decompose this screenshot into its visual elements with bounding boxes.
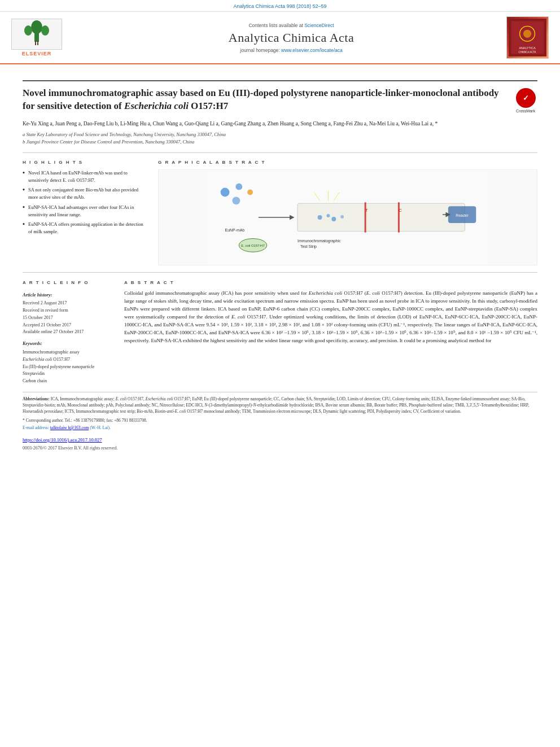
title-italic: Escherichia coli [124, 101, 189, 111]
crossmark-icon: ✓ [516, 88, 536, 108]
keywords-list: Immunochromatographic assay Escherichia … [23, 349, 113, 385]
crossmark-label: CrossMark [516, 109, 535, 113]
footnote-section: Abbreviations: ICA, Immunochromatographi… [23, 392, 537, 452]
journal-title-area: Contents lists available at ScienceDirec… [85, 16, 498, 59]
svg-point-10 [523, 30, 531, 38]
svg-rect-2 [34, 33, 39, 42]
graphical-abstract-column: G R A P H I C A L A B S T R A C T [158, 160, 537, 265]
elsevier-brand-label: ELSEVIER [22, 51, 52, 56]
section-divider-2 [23, 272, 537, 273]
svg-text:ANALYTICA: ANALYTICA [519, 46, 536, 50]
highlight-item-1: Novel ICA based on EuNP-linker-mAb was u… [23, 169, 147, 184]
journal-homepage-line: journal homepage: www.elsevier.com/locat… [240, 47, 342, 53]
corresponding-author: * Corresponding author. Tel.: +86 138791… [23, 417, 537, 423]
svg-point-4 [41, 25, 49, 36]
svg-text:Immunochromatographic: Immunochromatographic [298, 239, 341, 243]
article-content: Novel immunochromatographic assay based … [0, 64, 560, 462]
svg-point-1 [31, 20, 42, 34]
svg-text:CHIMICA ACTA: CHIMICA ACTA [519, 51, 536, 54]
sciencedirect-link[interactable]: ScienceDirect [304, 23, 334, 28]
abbreviations-label: Abbreviations: [23, 396, 50, 401]
journal-cover-area: ANALYTICA CHIMICA ACTA [498, 16, 549, 59]
elsevier-logo-area: ELSEVIER [11, 16, 85, 59]
accepted-date: Accepted 21 October 2017 [23, 322, 113, 329]
svg-text:C: C [399, 208, 402, 213]
article-info-column: A R T I C L E I N F O Article history: R… [23, 279, 113, 385]
article-info-abstract: A R T I C L E I N F O Article history: R… [23, 279, 537, 385]
svg-point-3 [24, 25, 32, 36]
authors-text: Ke-Yu Xing a, Juan Peng a, Dao-Feng Liu … [23, 121, 438, 126]
abstract-column: A B S T R A C T Colloidal gold immunochr… [124, 279, 537, 385]
svg-point-25 [326, 214, 330, 217]
affiliation-b: b Jiangxi Province Center for Disease Co… [23, 138, 537, 146]
authors-line: Ke-Yu Xing a, Juan Peng a, Dao-Feng Liu … [23, 120, 537, 128]
svg-text:Reader: Reader [456, 213, 469, 217]
highlights-column: H I G H L I G H T S Novel ICA based on E… [23, 160, 147, 265]
journal-citation-bar: Analytica Chimica Acta 998 (2018) 52–59 [0, 0, 560, 12]
journal-title: Analytica Chimica Acta [229, 30, 354, 45]
page: Analytica Chimica Acta 998 (2018) 52–59 [0, 0, 560, 747]
keyword-5: Carbon chain [23, 378, 113, 385]
received-date: Received 2 August 2017 [23, 300, 113, 307]
affiliations: a State Key Laboratory of Food Science a… [23, 131, 537, 146]
crossmark-area: ✓ CrossMark [514, 88, 537, 113]
highlight-item-3: EuNP-SA-ICA had advantages over other fo… [23, 204, 147, 219]
svg-point-15 [235, 183, 242, 190]
sciencedirect-line: Contents lists available at ScienceDirec… [248, 23, 334, 28]
article-history: Article history: Received 2 August 2017 … [23, 291, 113, 337]
email-link[interactable]: talktolaiw h@163.com [50, 425, 89, 430]
article-title-section: Novel immunochromatographic assay based … [23, 87, 537, 113]
svg-rect-21 [398, 202, 400, 232]
abstract-text: Colloidal gold immunochromatographic ass… [124, 290, 537, 345]
svg-rect-20 [365, 202, 366, 232]
svg-point-26 [331, 217, 336, 221]
graphical-abstract-label: G R A P H I C A L A B S T R A C T [158, 160, 537, 165]
journal-header: ELSEVIER Contents lists available at Sci… [0, 12, 560, 64]
email-line: E-mail address: talktolaiw h@163.com (W.… [23, 425, 537, 431]
journal-homepage-link[interactable]: www.elsevier.com/locate/aca [281, 47, 343, 53]
svg-text:T: T [365, 208, 368, 213]
affiliation-a: a State Key Laboratory of Food Science a… [23, 131, 537, 138]
elsevier-logo: ELSEVIER [11, 19, 62, 56]
keyword-2: Escherichia coli O157:H7 [23, 356, 113, 364]
top-thick-divider [23, 80, 537, 81]
keywords-label: Keywords: [23, 340, 113, 348]
title-part2: O157:H7 [189, 101, 228, 111]
svg-text:Test Strip: Test Strip [300, 244, 317, 249]
elsevier-logo-image [11, 19, 62, 50]
received-revised-date: 15 October 2017 [23, 314, 113, 322]
highlight-item-4: EuNP-SA-ICA offers promising application… [23, 221, 147, 235]
svg-point-27 [340, 215, 344, 219]
svg-rect-5 [35, 41, 36, 45]
received-revised-label: Received in revised form [23, 307, 113, 314]
svg-rect-6 [37, 41, 38, 45]
issn-line: 0003-2670/© 2017 Elsevier B.V. All right… [23, 445, 537, 452]
keyword-4: Streptavidin [23, 370, 113, 378]
title-part1: Novel immunochromatographic assay based … [23, 88, 499, 111]
abstract-label: A B S T R A C T [124, 279, 537, 286]
keyword-1: Immunochromatographic assay [23, 349, 113, 356]
doi-link[interactable]: https://doi.org/10.1016/j.aca.2017.10.02… [23, 437, 102, 443]
abbreviations-block: Abbreviations: ICA, Immunochromatographi… [23, 396, 537, 415]
available-date: Available online 27 October 2017 [23, 329, 113, 336]
history-label: Article history: [23, 291, 113, 299]
highlights-list: Novel ICA based on EuNP-linker-mAb was u… [23, 169, 147, 235]
keyword-3: Eu (III)-doped polystyrene nanoparticle [23, 364, 113, 371]
svg-text:E. coli O157:H7: E. coli O157:H7 [241, 244, 264, 247]
section-divider-1 [23, 152, 537, 153]
keywords-section: Keywords: Immunochromatographic assay Es… [23, 340, 113, 385]
svg-rect-19 [298, 203, 465, 231]
highlight-item-2: SA not only conjugated more Bio-mAb but … [23, 186, 147, 201]
article-title: Novel immunochromatographic assay based … [23, 87, 505, 113]
abbreviations-text: ICA, Immunochromatographic assay; E. col… [23, 396, 529, 414]
graphical-abstract-image: T C EuNP-mAb Immunochromatographic [158, 169, 537, 265]
highlights-label: H I G H L I G H T S [23, 160, 147, 165]
highlights-graphical-section: H I G H L I G H T S Novel ICA based on E… [23, 160, 537, 265]
svg-point-24 [318, 215, 322, 220]
svg-point-17 [247, 189, 253, 195]
doi-line: https://doi.org/10.1016/j.aca.2017.10.02… [23, 436, 537, 444]
article-info-label: A R T I C L E I N F O [23, 279, 113, 287]
svg-point-14 [221, 187, 230, 196]
svg-text:EuNP-mAb: EuNP-mAb [225, 228, 245, 231]
journal-citation: Analytica Chimica Acta 998 (2018) 52–59 [233, 3, 326, 9]
